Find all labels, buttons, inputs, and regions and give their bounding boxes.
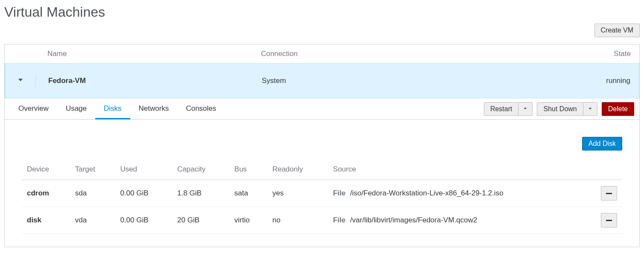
col-state-header: State: [545, 50, 631, 58]
vm-name: Fedora-VM: [48, 77, 262, 85]
tab-networks[interactable]: Networks: [130, 98, 178, 119]
remove-disk-button[interactable]: [601, 186, 617, 201]
col-connection-header: Connection: [261, 50, 545, 58]
vm-listing: Name Connection State Fedora-VM System r…: [4, 44, 640, 247]
th-readonly: Readonly: [267, 161, 328, 180]
source-type-label: File: [333, 216, 345, 224]
remove-disk-button[interactable]: [601, 213, 617, 228]
delete-button[interactable]: Delete: [602, 102, 634, 116]
col-name-header: Name: [47, 50, 261, 58]
vm-row[interactable]: Fedora-VM System running: [5, 63, 639, 98]
source-type-label: File: [333, 189, 345, 197]
th-target: Target: [70, 161, 115, 180]
cell-used: 0.00 GiB: [115, 180, 172, 207]
cell-target: vda: [70, 207, 115, 234]
minus-icon: [606, 220, 612, 221]
cell-capacity: 20 GiB: [172, 207, 229, 234]
cell-bus: virtio: [229, 207, 267, 234]
cell-readonly: no: [267, 207, 328, 234]
restart-dropdown[interactable]: [518, 102, 533, 116]
tab-disks[interactable]: Disks: [95, 98, 130, 119]
vm-state: running: [545, 77, 630, 85]
restart-button-group: Restart: [484, 102, 533, 116]
restart-button[interactable]: Restart: [484, 102, 519, 116]
cell-target: sda: [70, 180, 115, 207]
th-bus: Bus: [229, 161, 267, 180]
cell-readonly: yes: [267, 180, 328, 207]
th-device: Device: [22, 161, 70, 180]
cell-used: 0.00 GiB: [115, 207, 172, 234]
create-vm-button[interactable]: Create VM: [594, 24, 640, 37]
source-path: /var/lib/libvirt/images/Fedora-VM.qcow2: [350, 216, 477, 224]
source-path: /iso/Fedora-Workstation-Live-x86_64-29-1…: [350, 189, 503, 197]
minus-icon: [606, 193, 612, 194]
table-row: disk vda 0.00 GiB 20 GiB virtio no File …: [22, 207, 622, 234]
caret-down-icon: [588, 105, 593, 113]
cell-device: disk: [22, 207, 70, 234]
shutdown-button[interactable]: Shut Down: [537, 102, 583, 116]
cell-device: cdrom: [22, 180, 70, 207]
add-disk-button[interactable]: Add Disk: [582, 137, 622, 151]
vm-connection: System: [262, 77, 545, 85]
disks-panel: Add Disk Device Target Used Capacity Bus…: [5, 120, 639, 247]
th-used: Used: [115, 161, 172, 180]
tabs-bar: Overview Usage Disks Networks Consoles R…: [5, 98, 639, 120]
shutdown-button-group: Shut Down: [537, 102, 597, 116]
tab-usage[interactable]: Usage: [57, 98, 95, 119]
cell-bus: sata: [229, 180, 267, 207]
expand-toggle[interactable]: [14, 75, 48, 87]
caret-down-icon: [523, 105, 528, 113]
tab-consoles[interactable]: Consoles: [177, 98, 225, 119]
tab-overview[interactable]: Overview: [10, 98, 57, 119]
cell-source: File /var/lib/libvirt/images/Fedora-VM.q…: [328, 207, 596, 234]
shutdown-dropdown[interactable]: [583, 102, 597, 116]
disks-table: Device Target Used Capacity Bus Readonly…: [22, 161, 622, 234]
cell-source: File /iso/Fedora-Workstation-Live-x86_64…: [328, 180, 596, 207]
th-source: Source: [328, 161, 596, 180]
th-capacity: Capacity: [172, 161, 229, 180]
cell-capacity: 1.8 GiB: [172, 180, 229, 207]
vm-list-header: Name Connection State: [5, 44, 639, 63]
chevron-down-icon: [17, 76, 24, 86]
page-title: Virtual Machines: [4, 4, 640, 20]
table-row: cdrom sda 0.00 GiB 1.8 GiB sata yes File…: [22, 180, 622, 207]
